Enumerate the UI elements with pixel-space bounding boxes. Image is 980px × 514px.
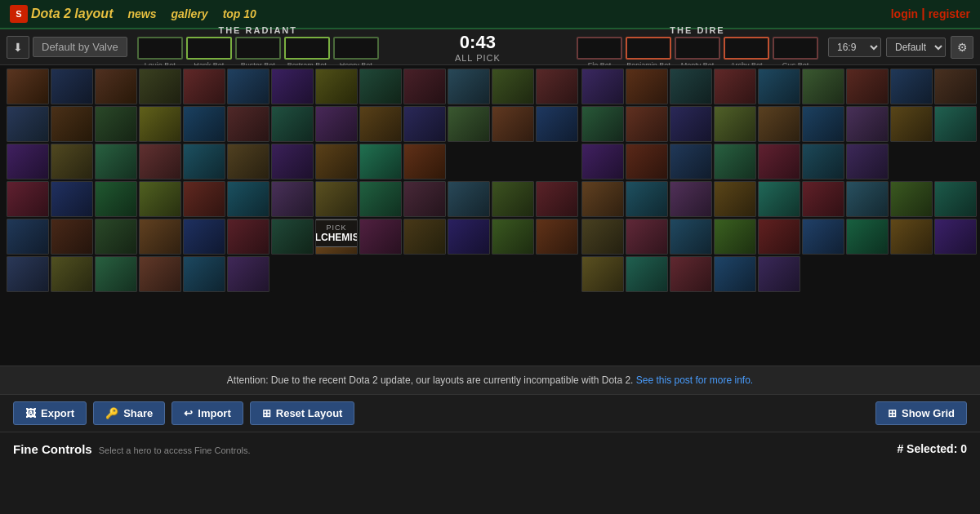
hero-cell[interactable] <box>95 256 137 292</box>
hero-cell[interactable] <box>626 256 668 292</box>
hero-cell[interactable] <box>139 181 181 217</box>
hero-cell[interactable] <box>95 69 137 104</box>
hero-cell[interactable] <box>403 181 446 217</box>
hero-cell[interactable] <box>626 69 668 104</box>
hero-cell[interactable] <box>95 144 137 179</box>
hero-cell[interactable] <box>714 181 756 217</box>
hero-cell[interactable] <box>448 181 490 217</box>
hero-cell[interactable] <box>183 144 225 179</box>
hero-cell[interactable] <box>183 106 225 142</box>
hero-cell[interactable] <box>492 219 534 255</box>
hero-cell[interactable] <box>581 256 624 292</box>
register-link[interactable]: register <box>929 7 970 20</box>
hero-cell[interactable] <box>758 219 800 255</box>
hero-cell[interactable] <box>403 219 446 255</box>
hero-cell[interactable] <box>536 219 578 255</box>
hero-cell[interactable] <box>271 69 314 104</box>
import-button[interactable]: ↩ Import <box>172 401 243 425</box>
hero-cell[interactable] <box>758 181 800 217</box>
skin-select[interactable]: Default Dark Light <box>886 38 946 57</box>
player-box-benjamin[interactable] <box>626 37 671 60</box>
hero-cell[interactable] <box>890 106 933 142</box>
login-link[interactable]: login <box>891 7 918 20</box>
hero-cell[interactable] <box>7 69 49 104</box>
hero-cell[interactable] <box>183 256 225 292</box>
hero-cell[interactable] <box>492 106 534 142</box>
hero-cell[interactable] <box>934 181 977 217</box>
nav-top10[interactable]: top 10 <box>223 7 256 20</box>
ratio-select[interactable]: 16:9 4:3 16:10 <box>828 38 881 57</box>
hero-cell[interactable] <box>802 106 844 142</box>
hero-cell[interactable] <box>139 106 181 142</box>
hero-cell[interactable] <box>359 144 402 179</box>
hero-cell[interactable] <box>51 181 93 217</box>
hero-cell[interactable] <box>227 144 270 179</box>
hero-cell[interactable] <box>714 69 756 104</box>
hero-cell[interactable] <box>802 219 844 255</box>
hero-cell[interactable] <box>581 181 624 217</box>
hero-cell[interactable] <box>7 181 49 217</box>
hero-cell[interactable] <box>95 219 137 255</box>
hero-cell[interactable] <box>670 181 712 217</box>
hero-cell[interactable] <box>359 181 402 217</box>
hero-cell[interactable] <box>536 69 578 104</box>
hero-cell[interactable] <box>670 256 712 292</box>
hero-cell[interactable] <box>758 106 800 142</box>
hero-cell[interactable] <box>581 144 624 179</box>
share-button[interactable]: 🔑 Share <box>93 401 165 425</box>
hero-cell[interactable] <box>139 69 181 104</box>
hero-cell[interactable] <box>271 106 314 142</box>
nav-news[interactable]: news <box>127 7 156 20</box>
hero-cell[interactable] <box>934 219 977 255</box>
hero-cell[interactable] <box>758 256 800 292</box>
hero-cell[interactable] <box>670 144 712 179</box>
hero-cell[interactable] <box>670 69 712 104</box>
hero-cell[interactable] <box>227 219 270 255</box>
attention-link[interactable]: See this post for more info. <box>636 374 753 386</box>
hero-cell[interactable] <box>139 256 181 292</box>
hero-cell[interactable] <box>670 106 712 142</box>
hero-cell[interactable] <box>95 106 137 142</box>
hero-cell[interactable] <box>448 106 490 142</box>
hero-cell[interactable] <box>183 219 225 255</box>
hero-cell[interactable] <box>51 219 93 255</box>
hero-cell[interactable] <box>403 144 446 179</box>
hero-cell[interactable] <box>714 219 756 255</box>
hero-cell[interactable] <box>626 144 668 179</box>
hero-cell[interactable] <box>758 69 800 104</box>
download-button[interactable]: ⬇ <box>7 36 29 59</box>
hero-cell[interactable] <box>183 181 225 217</box>
hero-cell[interactable] <box>714 144 756 179</box>
hero-cell[interactable] <box>802 181 844 217</box>
hero-cell[interactable] <box>359 106 402 142</box>
hero-cell[interactable] <box>581 106 624 142</box>
show-grid-button[interactable]: ⊞ Show Grid <box>875 401 967 425</box>
nav-gallery[interactable]: gallery <box>171 7 207 20</box>
hero-cell[interactable] <box>581 69 624 104</box>
hero-cell[interactable] <box>315 144 358 179</box>
hero-cell[interactable] <box>714 106 756 142</box>
hero-cell[interactable] <box>7 106 49 142</box>
hero-cell[interactable] <box>626 181 668 217</box>
hero-cell[interactable] <box>271 144 314 179</box>
hero-cell[interactable] <box>403 106 446 142</box>
hero-cell[interactable] <box>359 69 402 104</box>
hero-cell[interactable] <box>139 219 181 255</box>
hero-cell[interactable] <box>802 69 844 104</box>
export-button[interactable]: 🖼 Export <box>13 401 87 425</box>
player-box-gus[interactable] <box>773 37 818 60</box>
hero-cell[interactable] <box>934 106 977 142</box>
hero-cell[interactable] <box>802 144 844 179</box>
hero-cell[interactable] <box>359 219 402 255</box>
player-box-hank[interactable] <box>186 37 232 60</box>
hero-cell[interactable] <box>315 69 358 104</box>
player-box-archy[interactable] <box>724 37 769 60</box>
player-box-buster[interactable] <box>235 37 281 60</box>
hero-cell[interactable] <box>846 144 889 179</box>
hero-cell[interactable] <box>670 219 712 255</box>
hero-cell[interactable] <box>227 256 270 292</box>
hero-cell[interactable] <box>581 219 624 255</box>
hero-cell[interactable] <box>492 69 534 104</box>
hero-cell[interactable] <box>846 106 889 142</box>
player-box-monty[interactable] <box>675 37 720 60</box>
